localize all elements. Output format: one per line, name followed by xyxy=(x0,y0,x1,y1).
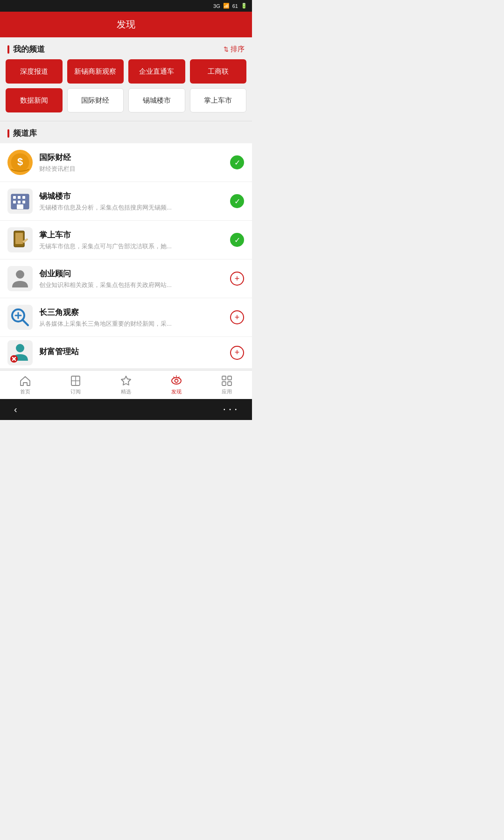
nav-label-home: 首页 xyxy=(20,388,30,395)
channel-btn-1[interactable]: 新锡商新观察 xyxy=(67,59,124,84)
item-text-2: 掌上车市 无锡车市信息，采集点可与广告部沈洁联系，她... xyxy=(39,230,223,251)
library-item-1[interactable]: 锡城楼市 无锡楼市信息及分析，采集点包括搜房网无锡频... ✓ xyxy=(0,182,252,221)
my-channels-title: 我的频道 xyxy=(13,44,45,55)
item-text-3: 创业顾问 创业知识和相关政策，采集点包括有关政府网站... xyxy=(39,268,223,289)
svg-point-16 xyxy=(16,270,24,279)
item-name-2: 掌上车市 xyxy=(39,230,223,240)
item-name-1: 锡城楼市 xyxy=(39,191,223,202)
channel-btn-5[interactable]: 国际财经 xyxy=(67,88,124,112)
channel-btn-2[interactable]: 企业直通车 xyxy=(128,59,185,84)
library-item-4[interactable]: 长三角观察 从各媒体上采集长三角地区重要的财经新闻，采... + xyxy=(0,298,252,337)
grid-icon xyxy=(221,375,233,387)
item-icon-person xyxy=(7,266,33,291)
item-action-4[interactable]: + xyxy=(230,310,245,325)
page-title: 发现 xyxy=(117,18,135,31)
check-icon-0: ✓ xyxy=(230,155,244,169)
svg-rect-34 xyxy=(222,376,226,380)
nav-item-apps[interactable]: 应用 xyxy=(202,375,252,395)
section-bar-accent xyxy=(7,45,9,54)
sort-label: 排序 xyxy=(231,45,245,54)
main-content: 我的频道 ⇅ 排序 深度报道 新锡商新观察 企业直通车 工商联 数据新闻 国际财… xyxy=(0,37,252,370)
library-title: 频道库 xyxy=(13,128,37,139)
item-icon-finance: $ xyxy=(7,150,33,175)
svg-rect-7 xyxy=(22,196,25,199)
status-signal: 3G xyxy=(213,3,220,9)
book-icon xyxy=(70,375,82,387)
channel-grid: 深度报道 新锡商新观察 企业直通车 工商联 数据新闻 国际财经 锡城楼市 掌上车… xyxy=(0,59,252,118)
status-battery-text: 61 xyxy=(232,3,238,9)
svg-point-23 xyxy=(16,344,24,352)
library-item-3[interactable]: 创业顾问 创业知识和相关政策，采集点包括有关政府网站... + xyxy=(0,259,252,298)
check-icon-2: ✓ xyxy=(230,233,244,247)
item-icon-building xyxy=(7,189,33,214)
check-icon-1: ✓ xyxy=(230,194,244,208)
library-item-2[interactable]: 掌上车市 无锡车市信息，采集点可与广告部沈洁联系，她... ✓ xyxy=(0,221,252,259)
add-icon-5: + xyxy=(230,346,244,360)
svg-rect-10 xyxy=(22,201,25,203)
item-desc-1: 无锡楼市信息及分析，采集点包括搜房网无锡频... xyxy=(39,203,184,212)
item-desc-4: 从各媒体上采集长三角地区重要的财经新闻，采... xyxy=(39,320,184,328)
my-channels-title-wrap: 我的频道 xyxy=(7,44,45,55)
item-desc-0: 财经资讯栏目 xyxy=(39,165,184,173)
item-text-0: 国际财经 财经资讯栏目 xyxy=(39,152,223,173)
item-action-1[interactable]: ✓ xyxy=(230,194,245,209)
nav-dots: • • • xyxy=(224,407,238,412)
nav-label-featured: 精选 xyxy=(121,388,131,395)
nav-label-subscribe: 订阅 xyxy=(70,388,81,395)
item-action-5[interactable]: + xyxy=(230,345,245,360)
sort-arrows-icon: ⇅ xyxy=(224,46,229,53)
nav-label-discover: 发现 xyxy=(171,388,182,395)
svg-rect-6 xyxy=(18,196,21,199)
svg-point-29 xyxy=(172,378,181,384)
svg-text:$: $ xyxy=(17,156,23,168)
status-bar: 3G 📶 61 🔋 xyxy=(0,0,252,12)
library-header: 频道库 xyxy=(0,121,252,143)
svg-rect-9 xyxy=(18,201,21,203)
back-button[interactable]: ‹ xyxy=(14,404,17,415)
status-wifi: 📶 xyxy=(223,3,230,9)
my-channels-header: 我的频道 ⇅ 排序 xyxy=(0,37,252,59)
library-item-0[interactable]: $ 国际财经 财经资讯栏目 ✓ xyxy=(0,143,252,182)
eye-icon xyxy=(170,375,182,387)
svg-line-32 xyxy=(174,377,174,378)
nav-item-home[interactable]: 首页 xyxy=(0,375,50,395)
svg-rect-36 xyxy=(222,382,226,385)
item-icon-search xyxy=(7,305,33,330)
channel-btn-4[interactable]: 数据新闻 xyxy=(6,88,63,112)
channel-btn-0[interactable]: 深度报道 xyxy=(6,59,63,84)
library-item-5[interactable]: 财富管理站 + xyxy=(0,337,252,369)
sort-button[interactable]: ⇅ 排序 xyxy=(224,45,245,54)
svg-rect-35 xyxy=(228,376,231,380)
library-section-bar xyxy=(7,129,9,138)
star-icon xyxy=(120,375,132,387)
nav-item-subscribe[interactable]: 订阅 xyxy=(50,375,101,395)
status-battery-icon: 🔋 xyxy=(241,3,247,9)
item-name-4: 长三角观察 xyxy=(39,307,223,318)
svg-point-30 xyxy=(175,379,178,382)
bottom-nav: 首页 订阅 精选 发现 xyxy=(0,370,252,399)
svg-rect-5 xyxy=(13,196,16,199)
item-desc-3: 创业知识和相关政策，采集点包括有关政府网站... xyxy=(39,281,184,289)
item-desc-2: 无锡车市信息，采集点可与广告部沈洁联系，她... xyxy=(39,242,184,251)
item-name-3: 创业顾问 xyxy=(39,268,223,279)
channel-library: 频道库 $ 国际财经 财经资讯栏目 ✓ xyxy=(0,121,252,369)
item-action-0[interactable]: ✓ xyxy=(230,155,245,170)
item-text-5: 财富管理站 xyxy=(39,346,223,359)
nav-item-discover[interactable]: 发现 xyxy=(151,375,202,395)
item-icon-car xyxy=(7,227,33,252)
svg-rect-14 xyxy=(15,233,23,244)
nav-item-featured[interactable]: 精选 xyxy=(101,375,151,395)
channel-btn-7[interactable]: 掌上车市 xyxy=(190,88,247,112)
item-text-1: 锡城楼市 无锡楼市信息及分析，采集点包括搜房网无锡频... xyxy=(39,191,223,212)
item-action-3[interactable]: + xyxy=(230,271,245,286)
svg-rect-37 xyxy=(228,382,231,385)
channel-btn-3[interactable]: 工商联 xyxy=(190,59,247,84)
svg-marker-28 xyxy=(121,376,131,385)
add-icon-4: + xyxy=(230,310,244,324)
home-icon xyxy=(19,375,31,387)
svg-rect-11 xyxy=(17,204,23,209)
app-header: 发现 xyxy=(0,12,252,37)
item-action-2[interactable]: ✓ xyxy=(230,232,245,247)
nav-label-apps: 应用 xyxy=(222,388,232,395)
channel-btn-6[interactable]: 锡城楼市 xyxy=(128,88,185,112)
